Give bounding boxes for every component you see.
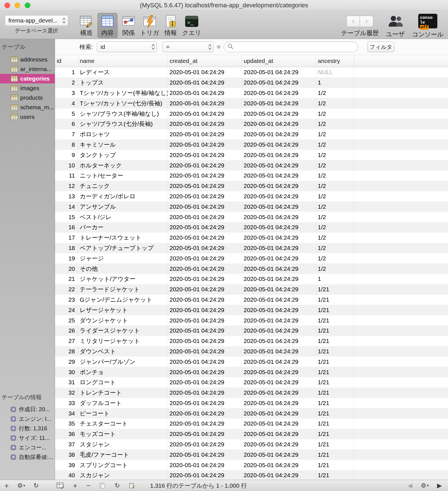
edit-row-button[interactable] bbox=[129, 483, 135, 489]
table-row[interactable]: 13カーディガン/ボレロ2020-05-01 04:24:292020-05-0… bbox=[55, 191, 448, 202]
cell-name[interactable]: その他 bbox=[78, 263, 168, 274]
cell-name[interactable]: レディース bbox=[78, 67, 168, 78]
cell-name[interactable]: ダッフルコート bbox=[78, 398, 168, 408]
cell-name[interactable]: パーカー bbox=[78, 222, 168, 233]
table-row[interactable]: 18ベアトップ/チューブトップ2020-05-01 04:24:292020-0… bbox=[55, 243, 448, 253]
table-row[interactable]: 31ロングコート2020-05-01 04:24:292020-05-01 04… bbox=[55, 377, 448, 388]
cell-id[interactable]: 31 bbox=[55, 377, 78, 388]
cell-updated[interactable]: 2020-05-01 04:24:29 bbox=[242, 181, 316, 191]
cell-updated[interactable]: 2020-05-01 04:24:29 bbox=[242, 346, 316, 357]
cell-created[interactable]: 2020-05-01 04:24:29 bbox=[168, 408, 242, 419]
cell-ancestry[interactable]: 1 bbox=[316, 78, 354, 88]
table-row[interactable]: 17トレーナー/スウェット2020-05-01 04:24:292020-05-… bbox=[55, 233, 448, 243]
cell-created[interactable]: 2020-05-01 04:24:29 bbox=[168, 439, 242, 450]
cell-id[interactable]: 20 bbox=[55, 263, 78, 274]
cell-created[interactable]: 2020-05-01 04:24:29 bbox=[168, 367, 242, 377]
cell-created[interactable]: 2020-05-01 04:24:29 bbox=[168, 119, 242, 129]
minimize-button[interactable] bbox=[15, 3, 20, 8]
cell-updated[interactable]: 2020-05-01 04:24:29 bbox=[242, 140, 316, 150]
cell-name[interactable]: トレーナー/スウェット bbox=[78, 233, 168, 243]
cell-id[interactable]: 7 bbox=[55, 129, 78, 140]
cell-updated[interactable]: 2020-05-01 04:24:29 bbox=[242, 367, 316, 377]
table-row[interactable]: 24レザージャケット2020-05-01 04:24:292020-05-01 … bbox=[55, 305, 448, 315]
cell-ancestry[interactable]: 1/2 bbox=[316, 233, 354, 243]
cell-updated[interactable]: 2020-05-01 04:24:29 bbox=[242, 243, 316, 253]
cell-updated[interactable]: 2020-05-01 04:24:29 bbox=[242, 449, 316, 460]
cell-created[interactable]: 2020-05-01 04:24:29 bbox=[168, 67, 242, 78]
table-row[interactable]: 33ダッフルコート2020-05-01 04:24:292020-05-01 0… bbox=[55, 398, 448, 408]
cell-name[interactable]: ベアトップ/チューブトップ bbox=[78, 243, 168, 253]
cell-name[interactable]: ジャンパー/ブルゾン bbox=[78, 356, 168, 367]
cell-name[interactable]: キャミソール bbox=[78, 140, 168, 150]
refresh-rows-button[interactable]: ↻ bbox=[115, 483, 120, 489]
cell-id[interactable]: 11 bbox=[55, 171, 78, 181]
users-group[interactable]: ユーザ bbox=[386, 13, 405, 38]
cell-ancestry[interactable]: 1/2 bbox=[316, 181, 354, 191]
cell-id[interactable]: 6 bbox=[55, 119, 78, 129]
table-row[interactable]: 30ポンチョ2020-05-01 04:24:292020-05-01 04:2… bbox=[55, 367, 448, 377]
database-selector[interactable]: frema-app_devel... bbox=[5, 15, 68, 26]
paging-gear-button[interactable]: ⚙▾ bbox=[421, 483, 429, 489]
cell-name[interactable]: Gジャン/デニムジャケット bbox=[78, 295, 168, 305]
cell-id[interactable]: 18 bbox=[55, 243, 78, 253]
cell-created[interactable]: 2020-05-01 04:24:29 bbox=[168, 222, 242, 233]
cell-ancestry[interactable]: 1/21 bbox=[316, 326, 354, 336]
cell-name[interactable]: ダウンジャケット bbox=[78, 315, 168, 326]
cell-updated[interactable]: 2020-05-01 04:24:29 bbox=[242, 98, 316, 108]
table-row[interactable]: 10ホルターネック2020-05-01 04:24:292020-05-01 0… bbox=[55, 160, 448, 171]
cell-created[interactable]: 2020-05-01 04:24:29 bbox=[168, 356, 242, 367]
filter-field-select[interactable]: id bbox=[97, 42, 157, 52]
cell-updated[interactable]: 2020-05-01 04:24:29 bbox=[242, 295, 316, 305]
cell-created[interactable]: 2020-05-01 04:24:29 bbox=[168, 470, 242, 480]
search-input[interactable] bbox=[236, 44, 354, 50]
cell-updated[interactable]: 2020-05-01 04:24:29 bbox=[242, 263, 316, 274]
cell-ancestry[interactable]: NULL bbox=[316, 67, 354, 78]
cell-updated[interactable]: 2020-05-01 04:24:29 bbox=[242, 67, 316, 78]
next-page-button[interactable]: ▶ bbox=[437, 483, 442, 489]
table-row[interactable]: 32トレンチコート2020-05-01 04:24:292020-05-01 0… bbox=[55, 388, 448, 398]
cell-ancestry[interactable]: 1/2 bbox=[316, 253, 354, 263]
sidebar-table-images[interactable]: images bbox=[0, 83, 55, 93]
refresh-tables-button[interactable]: ↻ bbox=[33, 483, 38, 489]
cell-ancestry[interactable]: 1/2 bbox=[316, 140, 354, 150]
cell-id[interactable]: 28 bbox=[55, 346, 78, 357]
table-row[interactable]: 8キャミソール2020-05-01 04:24:292020-05-01 04:… bbox=[55, 140, 448, 150]
cell-ancestry[interactable]: 1/21 bbox=[316, 315, 354, 326]
filter-button[interactable]: フィルタ bbox=[367, 42, 394, 52]
cell-id[interactable]: 4 bbox=[55, 98, 78, 108]
cell-created[interactable]: 2020-05-01 04:24:29 bbox=[168, 419, 242, 429]
cell-name[interactable]: ミリタリージャケット bbox=[78, 336, 168, 346]
cell-name[interactable]: トレンチコート bbox=[78, 388, 168, 398]
table-row[interactable]: 9タンクトップ2020-05-01 04:24:292020-05-01 04:… bbox=[55, 150, 448, 160]
cell-name[interactable]: タンクトップ bbox=[78, 150, 168, 160]
cell-id[interactable]: 2 bbox=[55, 78, 78, 88]
cell-id[interactable]: 8 bbox=[55, 140, 78, 150]
cell-id[interactable]: 36 bbox=[55, 429, 78, 439]
cell-id[interactable]: 12 bbox=[55, 181, 78, 191]
cell-name[interactable]: トップス bbox=[78, 78, 168, 88]
cell-name[interactable]: ジャケット/アウター bbox=[78, 274, 168, 284]
cell-created[interactable]: 2020-05-01 04:24:29 bbox=[168, 274, 242, 284]
cell-updated[interactable]: 2020-05-01 04:24:29 bbox=[242, 439, 316, 450]
cell-id[interactable]: 37 bbox=[55, 439, 78, 450]
cell-created[interactable]: 2020-05-01 04:24:29 bbox=[168, 336, 242, 346]
cell-name[interactable]: 毛皮/ファーコート bbox=[78, 449, 168, 460]
cell-created[interactable]: 2020-05-01 04:24:29 bbox=[168, 295, 242, 305]
cell-ancestry[interactable]: 1 bbox=[316, 274, 354, 284]
column-header-ancestry[interactable]: ancestry bbox=[316, 55, 354, 67]
cell-updated[interactable]: 2020-05-01 04:24:29 bbox=[242, 150, 316, 160]
cell-id[interactable]: 24 bbox=[55, 305, 78, 315]
table-row[interactable]: 35チェスターコート2020-05-01 04:24:292020-05-01 … bbox=[55, 419, 448, 429]
cell-name[interactable]: レザージャケット bbox=[78, 305, 168, 315]
table-row[interactable]: 20その他2020-05-01 04:24:292020-05-01 04:24… bbox=[55, 263, 448, 274]
cell-created[interactable]: 2020-05-01 04:24:29 bbox=[168, 377, 242, 388]
toolbar-button-triggers[interactable]: トリガ bbox=[140, 13, 160, 38]
table-actions-gear-button[interactable]: ⚙▾ bbox=[17, 483, 25, 489]
cell-created[interactable]: 2020-05-01 04:24:29 bbox=[168, 388, 242, 398]
toolbar-button-content[interactable]: 内容 bbox=[97, 13, 118, 38]
cell-id[interactable]: 27 bbox=[55, 336, 78, 346]
table-row[interactable]: 12チュニック2020-05-01 04:24:292020-05-01 04:… bbox=[55, 181, 448, 191]
cell-id[interactable]: 30 bbox=[55, 367, 78, 377]
cell-updated[interactable]: 2020-05-01 04:24:29 bbox=[242, 88, 316, 98]
cell-created[interactable]: 2020-05-01 04:24:29 bbox=[168, 398, 242, 408]
